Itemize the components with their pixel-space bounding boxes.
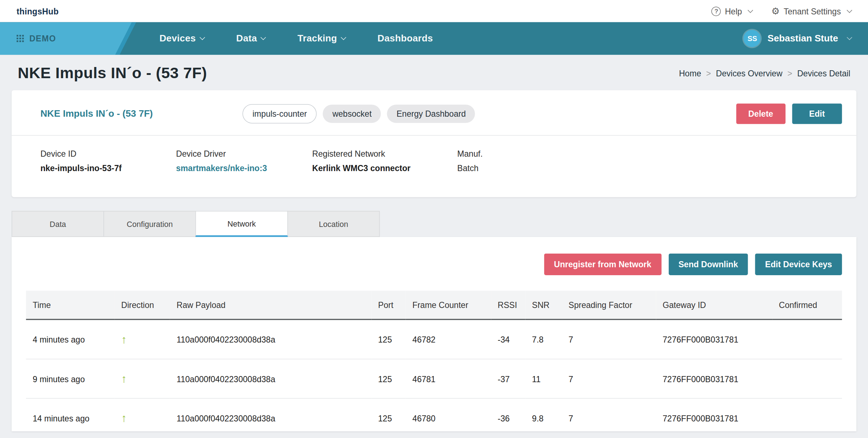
cell-frame-counter: 46781 <box>406 359 491 398</box>
cell-frame-counter: 46780 <box>406 398 491 431</box>
breadcrumb-separator: > <box>787 68 792 78</box>
registered-network-value: Kerlink WMC3 connector <box>312 163 457 173</box>
uplink-arrow-icon: ↑ <box>121 372 127 385</box>
device-driver-link[interactable]: smartmakers/nke-ino:3 <box>176 163 312 173</box>
network-table-body: 4 minutes ago ↑ 110a000f0402230008d38a 1… <box>26 319 842 431</box>
cell-port: 125 <box>371 359 406 398</box>
breadcrumb-devices-overview[interactable]: Devices Overview <box>716 68 782 78</box>
column-header-rssi: RSSI <box>491 291 525 319</box>
chevron-down-icon <box>847 7 852 13</box>
network-table: Time Direction Raw Payload Port Frame Co… <box>26 291 842 431</box>
chevron-down-icon <box>341 35 346 40</box>
tab-configuration[interactable]: Configuration <box>103 211 196 237</box>
brand-hub: Hub <box>42 6 59 16</box>
column-header-snr: SNR <box>525 291 562 319</box>
uplink-arrow-icon: ↑ <box>121 333 127 345</box>
cell-raw-payload: 110a000f0402230008d38a <box>170 359 371 398</box>
cell-rssi: -34 <box>491 319 525 359</box>
breadcrumb-separator: > <box>706 68 711 78</box>
cell-frame-counter: 46782 <box>406 319 491 359</box>
main-nav: DEMO Devices Data Tracking Dashboards SS… <box>0 22 868 55</box>
field-device-driver: Device Driver smartmakers/nke-ino:3 <box>176 149 312 173</box>
cell-rssi: -36 <box>491 398 525 431</box>
nav-item-label: Dashboards <box>377 33 433 44</box>
cell-time: 9 minutes ago <box>26 359 115 398</box>
tab-network[interactable]: Network <box>196 211 288 237</box>
network-panel-actions: Unregister from Network Send Downlink Ed… <box>26 254 842 275</box>
manuf-value: Batch <box>457 163 483 173</box>
cell-raw-payload: 110a000f0402230008d38a <box>170 319 371 359</box>
unregister-from-network-button[interactable]: Unregister from Network <box>544 254 661 275</box>
cell-direction: ↑ <box>115 319 170 359</box>
device-fields: Device ID nke-impuls-ino-53-7f Device Dr… <box>12 136 856 197</box>
nav-item-devices[interactable]: Devices <box>160 33 204 44</box>
cell-time: 14 minutes ago <box>26 398 115 431</box>
cell-port: 125 <box>371 398 406 431</box>
network-table-header: Time Direction Raw Payload Port Frame Co… <box>26 291 842 319</box>
field-label: Device ID <box>40 149 176 158</box>
column-header-frame-counter: Frame Counter <box>406 291 491 319</box>
column-header-raw-payload: Raw Payload <box>170 291 371 319</box>
nav-item-label: Devices <box>160 33 196 44</box>
send-downlink-button[interactable]: Send Downlink <box>668 254 748 275</box>
cell-direction: ↑ <box>115 398 170 431</box>
column-header-direction: Direction <box>115 291 170 319</box>
column-header-confirmed: Confirmed <box>772 291 842 319</box>
user-name: Sebastian Stute <box>768 33 838 44</box>
field-label: Device Driver <box>176 149 312 158</box>
cell-confirmed <box>772 359 842 398</box>
cell-gateway-id: 7276FF000B031781 <box>656 319 772 359</box>
cell-snr: 7.8 <box>525 319 562 359</box>
cell-gateway-id: 7276FF000B031781 <box>656 398 772 431</box>
cell-rssi: -37 <box>491 359 525 398</box>
page-title: NKE Impuls IN´o - (53 7F) <box>18 64 207 82</box>
cell-raw-payload: 110a000f0402230008d38a <box>170 398 371 431</box>
device-card-actions: Delete Edit <box>736 103 842 124</box>
nav-item-data[interactable]: Data <box>236 33 265 44</box>
cell-spreading-factor: 7 <box>562 359 656 398</box>
chevron-down-icon <box>748 7 753 13</box>
tenant-settings-label: Tenant Settings <box>784 6 841 16</box>
cell-spreading-factor: 7 <box>562 398 656 431</box>
chevron-down-icon <box>847 35 852 40</box>
edit-device-keys-button[interactable]: Edit Device Keys <box>755 254 842 275</box>
tenant-settings-menu[interactable]: ⚙ Tenant Settings <box>771 6 851 16</box>
nav-item-dashboards[interactable]: Dashboards <box>377 33 433 44</box>
help-label: Help <box>725 6 742 16</box>
nav-item-tracking[interactable]: Tracking <box>297 33 345 44</box>
tag-impuls-counter: impuls-counter <box>242 104 317 124</box>
device-card-header: NKE Impuls IN´o - (53 7F) impuls-counter… <box>12 90 856 135</box>
field-label: Manuf. <box>457 149 483 158</box>
tenant-badge[interactable]: DEMO <box>0 22 132 55</box>
breadcrumb-home[interactable]: Home <box>679 68 701 78</box>
cell-spreading-factor: 7 <box>562 319 656 359</box>
delete-button[interactable]: Delete <box>736 103 786 124</box>
field-manuf: Manuf. Batch <box>457 149 483 173</box>
help-menu[interactable]: ? Help <box>712 6 753 16</box>
breadcrumb-devices-detail: Devices Detail <box>797 68 850 78</box>
table-row: 4 minutes ago ↑ 110a000f0402230008d38a 1… <box>26 319 842 359</box>
column-header-gateway-id: Gateway ID <box>656 291 772 319</box>
tab-data[interactable]: Data <box>12 211 104 237</box>
field-device-id: Device ID nke-impuls-ino-53-7f <box>40 149 176 173</box>
page-head: NKE Impuls IN´o - (53 7F) Home > Devices… <box>0 55 868 90</box>
uplink-arrow-icon: ↑ <box>121 412 127 424</box>
breadcrumb: Home > Devices Overview > Devices Detail <box>679 68 850 78</box>
device-id-value: nke-impuls-ino-53-7f <box>40 163 176 173</box>
edit-button[interactable]: Edit <box>792 103 842 124</box>
device-tags: impuls-counter websocket Energy Dashboar… <box>242 104 475 124</box>
cell-direction: ↑ <box>115 359 170 398</box>
top-bar: thingsHub ? Help ⚙ Tenant Settings <box>0 0 868 22</box>
gear-icon: ⚙ <box>771 6 780 16</box>
help-icon: ? <box>712 6 721 16</box>
tab-location[interactable]: Location <box>287 211 380 237</box>
user-menu[interactable]: SS Sebastian Stute <box>744 30 868 47</box>
column-header-time: Time <box>26 291 115 319</box>
network-panel: Unregister from Network Send Downlink Ed… <box>12 237 856 431</box>
brand-logo[interactable]: thingsHub <box>17 6 59 16</box>
page: thingsHub ? Help ⚙ Tenant Settings DEMO <box>0 0 868 438</box>
table-row: 14 minutes ago ↑ 110a000f0402230008d38a … <box>26 398 842 431</box>
table-row: 9 minutes ago ↑ 110a000f0402230008d38a 1… <box>26 359 842 398</box>
tag-websocket: websocket <box>323 104 381 123</box>
avatar: SS <box>744 30 761 47</box>
